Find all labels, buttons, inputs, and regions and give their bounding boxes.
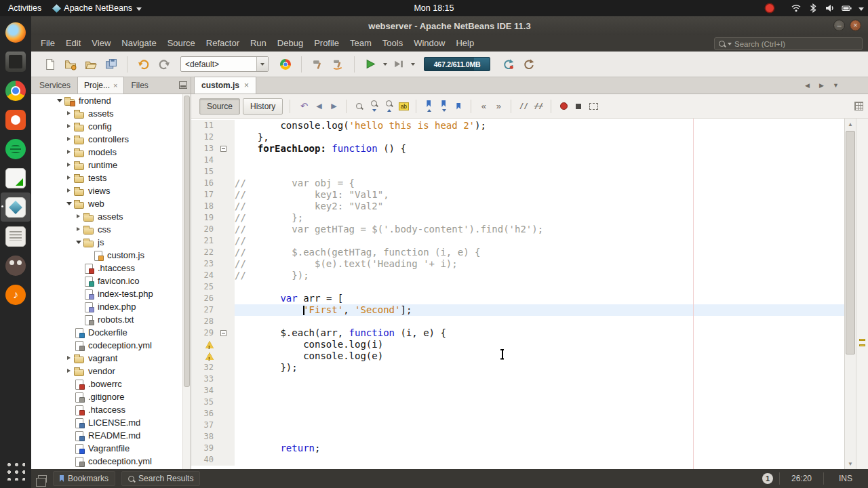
code-text[interactable]: var arr = [ [235, 293, 844, 304]
editor-tab-custom-js[interactable]: custom.js × [194, 77, 256, 94]
tree-expander-icon[interactable] [65, 148, 74, 157]
code-line-15[interactable]: 15 [191, 166, 844, 178]
tree-expander-icon[interactable] [75, 238, 83, 247]
shift-right-button[interactable]: » [492, 100, 505, 113]
collapse-panel-button[interactable] [179, 81, 187, 89]
tree-expander-icon[interactable] [65, 186, 74, 195]
bookmarks-button[interactable]: Bookmarks [53, 471, 115, 486]
scroll-down-button[interactable]: ▼ [845, 458, 856, 469]
previous-bookmark-button[interactable] [422, 100, 435, 113]
editor-scrollbar-thumb[interactable] [846, 131, 855, 354]
tree-item--bowerrc[interactable]: .bowerrc [31, 378, 182, 390]
undo-button[interactable] [134, 55, 153, 73]
code-text[interactable] [235, 385, 844, 396]
dock-item-text-editor[interactable] [1, 222, 31, 251]
comment-button[interactable]: // [517, 100, 530, 113]
dock-item-show-applications[interactable] [1, 456, 31, 485]
tree-item-views[interactable]: views [31, 184, 182, 197]
save-all-button[interactable] [102, 55, 120, 73]
debug-options-caret-icon[interactable] [411, 63, 415, 66]
code-line-28[interactable]: 28 [191, 316, 844, 327]
menu-profile[interactable]: Profile [309, 35, 344, 52]
tree-item-tests[interactable]: tests [31, 171, 182, 184]
menu-edit[interactable]: Edit [60, 35, 86, 52]
uncomment-button[interactable]: // [532, 100, 545, 113]
close-icon[interactable]: × [244, 81, 249, 90]
code-text[interactable] [235, 166, 844, 178]
warning-mark[interactable] [859, 339, 865, 341]
tree-expander-icon[interactable] [75, 225, 83, 234]
stop-macro-button[interactable] [572, 100, 585, 113]
tree-item--htaccess[interactable]: .htaccess [31, 403, 182, 416]
tree-expander-icon[interactable] [65, 135, 74, 144]
editor-grid-icon[interactable] [854, 102, 863, 110]
code-line-32[interactable]: 32 }); [191, 362, 844, 373]
tree-item-codeception-yml[interactable]: codeception.yml [31, 339, 182, 352]
find-previous-button[interactable] [382, 100, 395, 113]
forward-button[interactable]: ▶ [327, 100, 340, 113]
find-next-button[interactable] [367, 100, 380, 113]
code-line-17[interactable]: 17// key1: "Val1", [191, 189, 844, 201]
code-line-12[interactable]: 12 }, [191, 131, 844, 143]
tree-expander-icon[interactable] [65, 367, 74, 375]
code-text[interactable]: }); [235, 362, 844, 373]
tree-item-index-php[interactable]: index.php [31, 300, 182, 313]
tree-item-robots-txt[interactable]: robots.txt [31, 313, 182, 326]
tree-item-codeception-yml[interactable]: codeception.yml [31, 455, 182, 468]
code-text[interactable] [235, 373, 844, 385]
tree-item-vagrantfile[interactable]: Vagrantfile [31, 442, 182, 455]
tree-scrollbar[interactable] [182, 94, 191, 469]
code-line-20[interactable]: 20// var getHTag = $('.body-content').fi… [191, 224, 844, 235]
code-text[interactable] [235, 454, 844, 466]
code-line-30[interactable]: console.log(i) [191, 339, 844, 350]
code-text[interactable]: // [235, 235, 844, 247]
clean-build-project-button[interactable] [329, 55, 347, 73]
dock-item-media-player[interactable] [1, 280, 31, 309]
menu-refactor[interactable]: Refactor [201, 35, 245, 52]
code-text[interactable]: forEachLoop: function () { [235, 143, 844, 155]
tree-item--gitignore[interactable]: .gitignore [31, 390, 182, 403]
code-text[interactable]: }, [235, 131, 844, 143]
code-line-36[interactable]: 36 [191, 408, 844, 420]
code-line-22[interactable]: 22// $.each(getHTag, function (i, e) { [191, 247, 844, 258]
dock-item-spotify[interactable] [1, 134, 31, 163]
code-line-35[interactable]: 35 [191, 396, 844, 408]
code-text[interactable] [235, 281, 844, 293]
tree-item-controllers[interactable]: controllers [31, 133, 182, 146]
code-text[interactable] [235, 316, 844, 327]
history-view-button[interactable]: History [243, 98, 283, 115]
tree-expander-icon[interactable] [65, 174, 74, 182]
code-line-40[interactable]: 40 [191, 454, 844, 466]
notifications-badge[interactable]: 1 [762, 473, 773, 484]
tree-item-js[interactable]: js [31, 236, 182, 249]
project-config-combobox[interactable]: <default> [180, 56, 269, 72]
menu-run[interactable]: Run [245, 35, 272, 52]
tree-item-readme-md[interactable]: README.md [31, 429, 182, 442]
build-project-button[interactable] [309, 55, 327, 73]
tree-item-frontend[interactable]: frontend [31, 94, 182, 107]
redo-button[interactable] [155, 55, 173, 73]
menu-window[interactable]: Window [408, 35, 450, 52]
fold-collapse-icon[interactable] [220, 146, 226, 152]
code-line-16[interactable]: 16// var obj = { [191, 178, 844, 189]
code-text[interactable]: console.log(i) [235, 339, 844, 350]
dock-item-libreoffice-calc[interactable] [1, 163, 31, 192]
code-text[interactable]: // }); [235, 270, 844, 281]
scroll-tabs-right-button[interactable]: ▶ [816, 80, 827, 91]
toggle-highlight-button[interactable]: ab [397, 100, 410, 113]
code-line-29[interactable]: 29 $.each(arr, function (i, e) { [191, 327, 844, 339]
code-line-21[interactable]: 21// [191, 235, 844, 247]
panel-tab-files[interactable]: Files [124, 77, 155, 94]
menu-help[interactable]: Help [450, 35, 479, 52]
tree-item-assets[interactable]: assets [31, 210, 182, 223]
code-line-37[interactable]: 37 [191, 420, 844, 431]
code-line-31[interactable]: console.log(e) [191, 350, 844, 362]
close-button[interactable]: × [850, 20, 861, 31]
code-line-18[interactable]: 18// key2: "Val2" [191, 201, 844, 212]
last-edit-button[interactable]: ↶ [297, 100, 311, 113]
code-line-13[interactable]: 13 forEachLoop: function () { [191, 143, 844, 155]
code-text[interactable]: return; [235, 443, 844, 454]
code-line-38[interactable]: 38 [191, 431, 844, 443]
error-stripe[interactable] [856, 119, 868, 469]
tab-list-button[interactable]: ▼ [831, 80, 841, 91]
